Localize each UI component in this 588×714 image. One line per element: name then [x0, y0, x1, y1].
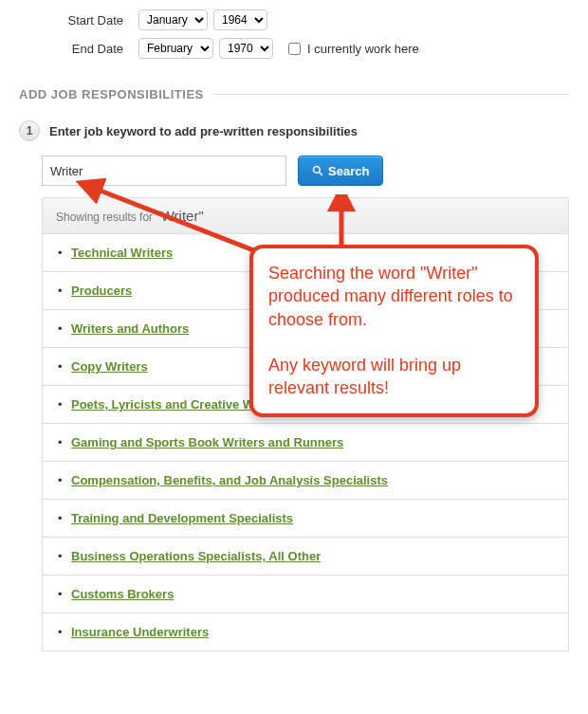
search-row: Search	[42, 156, 569, 186]
start-date-row: Start Date January 1964	[19, 9, 569, 30]
section-divider	[213, 94, 569, 95]
section-title: ADD JOB RESPONSIBILITIES	[19, 87, 204, 101]
results-term: "Writer"	[156, 208, 203, 224]
result-row: Training and Development Specialists	[43, 500, 568, 538]
start-year-select[interactable]: 1964	[213, 9, 267, 30]
result-row: Compensation, Benefits, and Job Analysis…	[43, 462, 568, 500]
svg-line-1	[320, 173, 322, 175]
result-link[interactable]: Writers and Authors	[71, 321, 189, 336]
search-button[interactable]: Search	[298, 156, 383, 186]
callout-line1: Searching the word "Writer" produced man…	[268, 262, 520, 331]
currently-work-checkbox[interactable]	[288, 43, 301, 55]
search-icon	[312, 165, 323, 176]
end-date-row: End Date February 1970 I currently work …	[19, 38, 569, 59]
result-row: Customs Brokers	[43, 576, 568, 613]
result-row: Insurance Underwriters	[43, 613, 568, 651]
start-date-label: Start Date	[19, 13, 133, 27]
currently-work-label[interactable]: I currently work here	[285, 40, 419, 58]
start-month-select[interactable]: January	[138, 9, 208, 30]
results-prefix: Showing results for	[56, 211, 153, 224]
result-link[interactable]: Training and Development Specialists	[71, 511, 293, 525]
result-link[interactable]: Compensation, Benefits, and Job Analysis…	[71, 473, 388, 487]
result-link[interactable]: Copy Writers	[71, 359, 148, 374]
result-link[interactable]: Business Operations Specialists, All Oth…	[71, 549, 321, 563]
annotation-callout: Searching the word "Writer" produced man…	[249, 245, 539, 417]
step-number-badge: 1	[19, 120, 40, 141]
result-link[interactable]: Insurance Underwriters	[71, 625, 209, 639]
results-header: Showing results for "Writer"	[42, 197, 569, 234]
section-header: ADD JOB RESPONSIBILITIES	[19, 87, 569, 101]
result-row: Business Operations Specialists, All Oth…	[43, 538, 568, 576]
result-row: Gaming and Sports Book Writers and Runne…	[43, 424, 568, 462]
callout-line2: Any keyword will bring up relevant resul…	[268, 354, 520, 400]
result-link[interactable]: Technical Writers	[71, 246, 173, 260]
result-link[interactable]: Customs Brokers	[71, 587, 174, 601]
end-year-select[interactable]: 1970	[219, 38, 273, 59]
end-month-select[interactable]: February	[138, 38, 213, 59]
currently-work-text: I currently work here	[307, 42, 419, 56]
step-instruction: Enter job keyword to add pre-written res…	[49, 124, 358, 138]
keyword-input[interactable]	[42, 156, 286, 186]
search-button-label: Search	[328, 164, 369, 178]
result-link[interactable]: Gaming and Sports Book Writers and Runne…	[71, 435, 343, 449]
end-date-label: End Date	[19, 42, 133, 56]
step-row: 1 Enter job keyword to add pre-written r…	[19, 120, 569, 141]
result-link[interactable]: Producers	[71, 284, 132, 298]
